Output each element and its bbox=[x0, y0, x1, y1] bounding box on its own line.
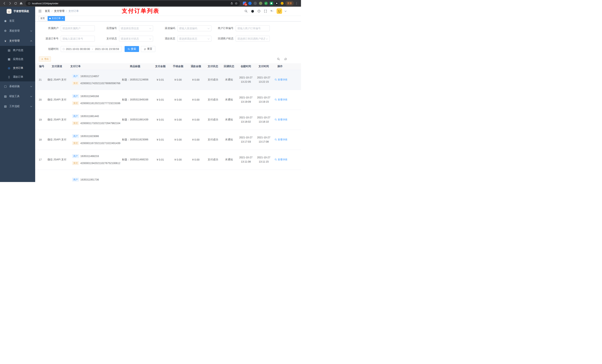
toggle-search-button[interactable] bbox=[277, 58, 280, 61]
app-id-input[interactable] bbox=[121, 27, 151, 30]
pay-tag: 支付 bbox=[72, 101, 79, 105]
tab-pay-order[interactable]: 支付订单 × bbox=[48, 16, 65, 21]
browser-menu-button[interactable]: ⋮ bbox=[294, 2, 299, 5]
breadcrumb-pay-manage[interactable]: 支付管理 bbox=[54, 10, 64, 13]
sidebar-item-devtools[interactable]: ▨ 研发工具 bbox=[0, 91, 35, 101]
extension-icon-dark[interactable] bbox=[275, 2, 279, 5]
reset-button[interactable]: 重置 bbox=[141, 46, 155, 52]
create-time-cell: 2021-10-2713:22:05 bbox=[237, 70, 255, 90]
tab-home[interactable]: 首页 bbox=[39, 16, 46, 21]
sidebar-item-payment[interactable]: ¥ 支付管理 bbox=[0, 36, 35, 46]
breadcrumb-home[interactable]: 首页 bbox=[45, 10, 50, 13]
svg-text:?: ? bbox=[258, 10, 259, 12]
view-detail-link[interactable]: 查看详情 bbox=[275, 118, 287, 121]
refresh-table-button[interactable] bbox=[284, 58, 287, 61]
sidebar-item-label: 系统管理 bbox=[9, 29, 31, 32]
order-no-cell: 商户1635311881440 支付4200001173202110272847… bbox=[68, 110, 119, 130]
pay-time-cell bbox=[255, 170, 273, 182]
profile-avatar-icon[interactable] bbox=[280, 2, 284, 5]
user-avatar[interactable] bbox=[277, 8, 282, 14]
merchant-order-no-label: 商户订单编号 bbox=[214, 27, 236, 30]
channel-order-no-field[interactable] bbox=[61, 36, 95, 42]
table-header-row: 编号 支付渠道 支付订单 商品标题 支付金额 手续金额 退款金额 支付状态 回调… bbox=[35, 63, 301, 70]
sidebar-item-dashboard[interactable]: ◉ 首页 bbox=[0, 16, 35, 26]
bookmark-star-icon[interactable] bbox=[235, 2, 238, 5]
url-bar[interactable]: localhost:1024/pay/order bbox=[26, 1, 240, 6]
notify-cell: 未通知 bbox=[221, 130, 237, 150]
navbar-actions: ? TT bbox=[244, 8, 298, 14]
home-button[interactable] bbox=[19, 1, 24, 6]
refund-cell bbox=[187, 170, 205, 182]
fullscreen-button[interactable] bbox=[264, 9, 267, 13]
forward-button[interactable] bbox=[7, 1, 13, 6]
url-text[interactable]: localhost:1024/pay/order bbox=[32, 2, 229, 5]
extension-icon-olive[interactable] bbox=[259, 2, 262, 5]
share-icon[interactable] bbox=[230, 2, 233, 5]
export-button[interactable]: 导出 bbox=[39, 56, 51, 62]
avatar-dropdown-caret-icon[interactable] bbox=[285, 10, 287, 12]
notify-status-select[interactable] bbox=[236, 36, 270, 42]
channel-code-label: 渠道编码 bbox=[155, 27, 177, 30]
view-detail-link[interactable]: 查看详情 bbox=[275, 98, 287, 101]
search-button[interactable]: 搜索 bbox=[125, 46, 139, 52]
font-size-button[interactable]: TT bbox=[270, 9, 274, 13]
sidebar-item-refund-order[interactable]: ▯ 退款订单 bbox=[0, 73, 35, 81]
refund-status-select[interactable] bbox=[177, 36, 211, 42]
channel-order-no-input[interactable] bbox=[62, 37, 93, 40]
magnifier-icon bbox=[275, 138, 277, 141]
create-time-range-picker[interactable]: 2021-10-01 00:00:00 - 2021-10-31 23:59:5… bbox=[61, 46, 122, 52]
notify-status-input[interactable] bbox=[237, 37, 268, 40]
app-id-select[interactable] bbox=[119, 25, 153, 31]
channel-code-input[interactable] bbox=[179, 27, 210, 30]
document-icon: ▯ bbox=[7, 75, 11, 79]
payment-submenu: ▤ 商户信息 ▦ 应用信息 ◎ 支付订单 ▯ 退款订单 bbox=[0, 46, 35, 81]
site-info-icon[interactable] bbox=[28, 2, 31, 5]
extension-icon-check[interactable]: ✓ bbox=[264, 2, 268, 5]
reload-button[interactable] bbox=[13, 1, 18, 6]
title-cell: 标题：1635311468233 bbox=[119, 150, 151, 170]
sidebar-logo[interactable]: 芋道管理系统 bbox=[0, 7, 35, 16]
sidebar-item-infra[interactable]: ▢ 基础设施 bbox=[0, 81, 35, 91]
merchant-order-no-field[interactable] bbox=[236, 25, 270, 31]
order-no-cell: 商户1635311951736 bbox=[68, 170, 119, 182]
sidebar-item-label: 商户信息 bbox=[13, 49, 32, 52]
owner-merchant-input[interactable] bbox=[62, 27, 93, 30]
help-button[interactable]: ? bbox=[257, 9, 261, 13]
collapse-sidebar-button[interactable] bbox=[38, 9, 42, 13]
extension-icon-chat[interactable] bbox=[270, 2, 273, 5]
date-range-end[interactable]: 2021-10-31 23:59:59 bbox=[95, 48, 119, 51]
sidebar-item-app-info[interactable]: ▦ 应用信息 bbox=[0, 55, 35, 64]
magnifier-icon bbox=[275, 118, 277, 121]
close-tab-icon[interactable]: × bbox=[62, 17, 63, 20]
date-range-start[interactable]: 2021-10-01 00:00:00 bbox=[66, 48, 90, 51]
github-button[interactable] bbox=[251, 9, 254, 13]
search-button[interactable] bbox=[244, 9, 248, 13]
pay-status-select[interactable] bbox=[119, 36, 153, 42]
sidebar: 芋道管理系统 ◉ 首页 ⚙ 系统管理 ¥ 支付管理 ▤ 商户信息 ▦ 应用信息 bbox=[0, 7, 35, 182]
view-detail-link[interactable]: 查看详情 bbox=[275, 78, 287, 81]
refund-status-input[interactable] bbox=[179, 37, 210, 40]
merchant-order-no-input[interactable] bbox=[237, 27, 268, 30]
owner-merchant-select[interactable] bbox=[61, 25, 95, 31]
col-header-fee: 手续金额 bbox=[169, 63, 187, 70]
extension-icon-gray[interactable] bbox=[254, 2, 257, 5]
pay-order-no: 4200001194202110276752100612 bbox=[80, 162, 120, 165]
view-detail-link[interactable]: 查看详情 bbox=[275, 158, 287, 161]
fee-cell: ¥ 0.00 bbox=[169, 110, 187, 130]
back-button[interactable] bbox=[2, 1, 7, 6]
merchant-tag: 商户 bbox=[72, 74, 79, 78]
browser-update-button[interactable]: 更新 bbox=[285, 1, 294, 6]
refund-status-label: 退款状态 bbox=[155, 37, 177, 40]
extension-icon-blue[interactable] bbox=[248, 2, 252, 5]
channel-code-select[interactable] bbox=[177, 25, 211, 31]
sidebar-item-system[interactable]: ⚙ 系统管理 bbox=[0, 26, 35, 36]
extension-icon-puzzle[interactable]: 10 bbox=[243, 2, 246, 5]
sidebar-item-merchant-info[interactable]: ▤ 商户信息 bbox=[0, 46, 35, 55]
create-time-cell: 2021-10-2713:18:02 bbox=[237, 110, 255, 130]
logo-image bbox=[6, 9, 12, 14]
view-detail-link[interactable]: 查看详情 bbox=[275, 138, 287, 141]
sidebar-item-workflow[interactable]: ▧ 工作流程 bbox=[0, 101, 35, 111]
sidebar-item-pay-order[interactable]: ◎ 支付订单 bbox=[0, 64, 35, 73]
pay-status-input[interactable] bbox=[121, 37, 151, 40]
notify-cell: 未通知 bbox=[221, 90, 237, 110]
